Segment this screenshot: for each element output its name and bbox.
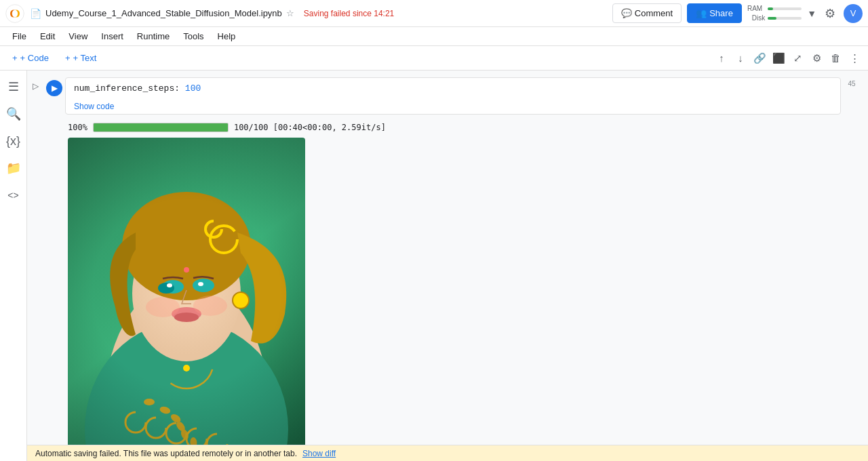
menu-insert[interactable]: Insert: [94, 28, 130, 44]
sidebar-code-icon[interactable]: <>: [3, 184, 24, 206]
user-avatar[interactable]: V: [844, 4, 863, 23]
code-value: 100: [185, 83, 201, 94]
show-code-link[interactable]: Show code: [66, 99, 840, 114]
add-code-button[interactable]: + + Code: [5, 50, 56, 66]
progress-row: 100% 100/100 [00:40<00:00, 2.59it/s]: [60, 120, 863, 135]
progress-bar-fill: [94, 123, 228, 132]
generated-image-wrap: [68, 138, 305, 445]
colab-logo[interactable]: [5, 4, 24, 23]
code-text: num_inference_steps: 100: [66, 78, 840, 99]
bottom-status-bar: Automatic saving failed. This file was u…: [27, 445, 868, 461]
delete-cell-icon[interactable]: 🗑: [827, 50, 844, 66]
generated-image-canvas: [68, 138, 305, 445]
move-up-icon[interactable]: ↑: [713, 50, 730, 66]
cell-line-number: 45: [848, 80, 855, 87]
ram-label: RAM: [747, 4, 762, 14]
progress-pct: 100%: [68, 123, 87, 132]
cell-expand-area: ▷: [33, 77, 46, 91]
expand-resource-button[interactable]: ▼: [807, 8, 816, 19]
notebook-title-area: 📄 Udemy_Course_1_Advanced_Stable_Diffusi…: [30, 8, 607, 19]
menu-runtime[interactable]: Runtime: [130, 28, 176, 44]
code-cell-content[interactable]: num_inference_steps: 100 Show code: [65, 77, 841, 115]
share-icon: 👥: [696, 8, 707, 18]
comment-button[interactable]: 💬 Comment: [612, 3, 682, 23]
comment-label: Comment: [635, 8, 673, 18]
expand-cell-icon[interactable]: ⤢: [789, 50, 806, 66]
add-text-label: + Text: [73, 53, 96, 63]
notebook-toolbar: + + Code + + Text ↑ ↓ 🔗 ⬛ ⤢ ⚙ 🗑 ⋮: [0, 46, 868, 71]
output-icon[interactable]: ⬛: [770, 50, 787, 66]
menu-file[interactable]: File: [5, 28, 33, 44]
settings-button[interactable]: ⚙: [822, 3, 838, 24]
settings-cell-icon[interactable]: ⚙: [808, 50, 825, 66]
sidebar-folder-icon[interactable]: 📁: [3, 157, 24, 179]
output-cell: 100% 100/100 [00:40<00:00, 2.59it/s]: [60, 120, 863, 445]
output-cell-row: 100% 100/100 [00:40<00:00, 2.59it/s]: [27, 119, 868, 445]
show-diff-button[interactable]: Show diff: [302, 449, 336, 458]
more-cell-icon[interactable]: ⋮: [846, 50, 863, 66]
top-bar: 📄 Udemy_Course_1_Advanced_Stable_Diffusi…: [0, 0, 868, 27]
progress-bar-wrap: [93, 123, 229, 132]
svg-point-0: [6, 4, 24, 22]
menu-bar: File Edit View Insert Runtime Tools Help: [0, 27, 868, 46]
share-button[interactable]: 👥 Share: [687, 3, 742, 23]
left-sidebar: ☰ 🔍 {x} 📁 <>: [0, 71, 27, 461]
ram-disk-indicator: RAM Disk: [747, 4, 802, 23]
menu-tools[interactable]: Tools: [176, 28, 210, 44]
link-icon[interactable]: 🔗: [751, 50, 768, 66]
top-right-actions: 💬 Comment 👥 Share RAM Disk ▼ ⚙ V: [612, 3, 863, 24]
star-icon[interactable]: ☆: [286, 8, 294, 18]
comment-icon: 💬: [621, 8, 632, 18]
main-content: ▷ ▶ num_inference_steps: 100 Show code 4…: [27, 71, 868, 445]
add-text-button[interactable]: + + Text: [58, 50, 103, 66]
disk-label: Disk: [752, 14, 765, 23]
cell-collapse-icon[interactable]: ▷: [33, 81, 39, 91]
saving-status: Saving failed since 14:21: [304, 9, 394, 18]
sidebar-search-icon[interactable]: 🔍: [3, 103, 24, 125]
sidebar-menu-icon[interactable]: ☰: [3, 76, 24, 98]
plus-code-icon: +: [12, 53, 18, 63]
run-cell-button[interactable]: ▶: [46, 80, 62, 96]
drive-icon: 📄: [30, 8, 41, 19]
menu-help[interactable]: Help: [211, 28, 243, 44]
add-code-label: + Code: [20, 53, 49, 63]
plus-text-icon: +: [65, 53, 71, 63]
menu-view[interactable]: View: [62, 28, 94, 44]
notebook-title[interactable]: Udemy_Course_1_Advanced_Stable_Diffusion…: [45, 8, 282, 18]
progress-detail: 100/100 [00:40<00:00, 2.59it/s]: [234, 123, 386, 132]
menu-edit[interactable]: Edit: [33, 28, 62, 44]
code-key: num_inference_steps:: [74, 83, 180, 94]
share-label: Share: [709, 8, 733, 18]
bottom-message: Automatic saving failed. This file was u…: [35, 449, 297, 458]
cell-container: ▷ ▶ num_inference_steps: 100 Show code 4…: [27, 71, 868, 445]
sidebar-variable-icon[interactable]: {x}: [3, 130, 24, 152]
code-cell-row: ▷ ▶ num_inference_steps: 100 Show code 4…: [27, 76, 868, 116]
move-down-icon[interactable]: ↓: [732, 50, 749, 66]
cell-toolbar-right: ↑ ↓ 🔗 ⬛ ⤢ ⚙ 🗑 ⋮: [713, 50, 863, 66]
